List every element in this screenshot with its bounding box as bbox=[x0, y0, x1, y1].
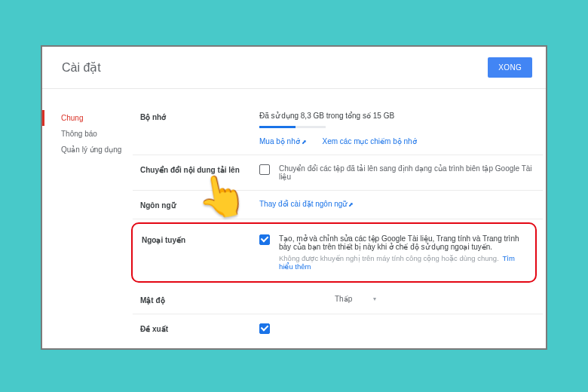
offline-sub: Không được khuyến nghị trên máy tính côn… bbox=[279, 254, 499, 262]
row-body-suggestions bbox=[259, 323, 543, 334]
sidebar-item-general[interactable]: Chung bbox=[42, 110, 133, 126]
row-body-convert: Chuyển đổi các tệp đã tải lên sang định … bbox=[259, 164, 543, 181]
density-select[interactable]: Thấp ▾ bbox=[335, 295, 376, 303]
external-link-icon: ⬈ bbox=[302, 139, 307, 145]
row-label-density: Mật độ bbox=[133, 295, 259, 305]
sidebar-item-notifications[interactable]: Thông báo bbox=[42, 126, 133, 142]
storage-bar bbox=[259, 126, 326, 128]
row-body-offline: Tạo, mở và chỉnh sửa các tệp Google Tài … bbox=[259, 234, 528, 271]
sidebar-item-label: Thông báo bbox=[61, 130, 97, 138]
row-body-language: Thay đổi cài đặt ngôn ngữ⬈ bbox=[259, 200, 543, 210]
row-label-convert: Chuyển đổi nội dung tải lên bbox=[133, 164, 259, 181]
dialog-title: Cài đặt bbox=[62, 60, 101, 75]
sidebar-item-label: Chung bbox=[61, 114, 83, 122]
row-label-language: Ngôn ngữ bbox=[133, 200, 259, 210]
offline-subtext: Không được khuyến nghị trên máy tính côn… bbox=[279, 254, 528, 271]
row-label-suggestions: Đề xuất bbox=[133, 323, 259, 334]
suggestions-checkbox[interactable] bbox=[259, 323, 270, 334]
storage-bar-fill bbox=[259, 126, 296, 128]
row-storage: Bộ nhớ Đã sử dụng 8,3 GB trong tổng số 1… bbox=[133, 103, 543, 155]
settings-content: Bộ nhớ Đã sử dụng 8,3 GB trong tổng số 1… bbox=[133, 89, 547, 350]
settings-dialog: Cài đặt XONG Chung Thông báo Quản lý ứng… bbox=[42, 47, 547, 350]
sidebar-item-label: Quản lý ứng dụng bbox=[61, 145, 121, 154]
link-text: Thay đổi cài đặt ngôn ngữ bbox=[259, 200, 347, 208]
link-text: Mua bộ nhớ bbox=[259, 137, 300, 145]
offline-checkbox[interactable] bbox=[259, 234, 270, 245]
storage-usage-text: Đã sử dụng 8,3 GB trong tổng số 15 GB bbox=[259, 112, 543, 120]
external-link-icon: ⬈ bbox=[348, 201, 354, 208]
row-label-offline: Ngoại tuyến bbox=[133, 234, 259, 271]
view-storage-items-link[interactable]: Xem các mục chiếm bộ nhớ bbox=[322, 137, 416, 145]
offline-text-block: Tạo, mở và chỉnh sửa các tệp Google Tài … bbox=[279, 234, 528, 271]
dialog-header: Cài đặt XONG bbox=[42, 47, 547, 89]
chevron-down-icon: ▾ bbox=[373, 296, 376, 302]
row-convert-uploads: Chuyển đổi nội dung tải lên Chuyển đổi c… bbox=[133, 155, 543, 191]
row-body-density: Thấp ▾ bbox=[259, 295, 543, 305]
density-value: Thấp bbox=[335, 295, 352, 303]
row-language: Ngôn ngữ Thay đổi cài đặt ngôn ngữ⬈ bbox=[133, 191, 543, 219]
settings-sidebar: Chung Thông báo Quản lý ứng dụng bbox=[42, 89, 133, 350]
row-suggestions: Đề xuất bbox=[133, 314, 543, 343]
row-density: Mật độ Thấp ▾ bbox=[133, 286, 543, 314]
convert-desc: Chuyển đổi các tệp đã tải lên sang định … bbox=[279, 164, 543, 181]
sidebar-item-manage-apps[interactable]: Quản lý ứng dụng bbox=[42, 142, 133, 158]
offline-desc: Tạo, mở và chỉnh sửa các tệp Google Tài … bbox=[279, 234, 528, 251]
row-label-storage: Bộ nhớ bbox=[133, 112, 259, 145]
row-offline-highlighted: Ngoại tuyến Tạo, mở và chỉnh sửa các tệp… bbox=[131, 222, 537, 283]
app-window: Cài đặt XONG Chung Thông báo Quản lý ứng… bbox=[41, 45, 547, 350]
convert-checkbox[interactable] bbox=[259, 164, 270, 175]
done-button[interactable]: XONG bbox=[488, 57, 532, 78]
buy-storage-link[interactable]: Mua bộ nhớ⬈ bbox=[259, 137, 308, 145]
row-body-storage: Đã sử dụng 8,3 GB trong tổng số 15 GB Mu… bbox=[259, 112, 543, 145]
dialog-body: Chung Thông báo Quản lý ứng dụng Bộ nhớ … bbox=[42, 89, 547, 350]
language-settings-link[interactable]: Thay đổi cài đặt ngôn ngữ⬈ bbox=[259, 200, 354, 208]
